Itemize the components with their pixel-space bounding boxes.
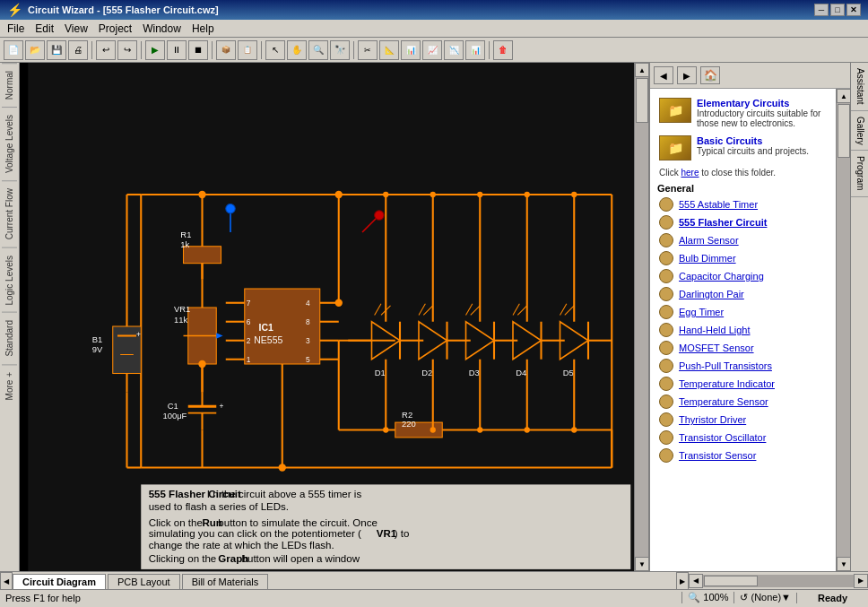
circuit-diagram[interactable]: B1 9V + VR1 11k R1 1k [20, 63, 648, 571]
circuit-link-7[interactable]: Hand-Held Light [679, 325, 751, 335]
menu-view[interactable]: View [59, 21, 93, 37]
sidebar-tab-normal[interactable]: Normal [2, 63, 17, 107]
scroll-up-button[interactable]: ▲ [635, 63, 648, 77]
analysis-button[interactable]: 📉 [444, 40, 464, 60]
pause-button[interactable]: ⏸ [167, 40, 187, 60]
circuit-item-4[interactable]: Capacitor Charging [655, 267, 830, 285]
circuit-link-13[interactable]: Transistor Oscillator [679, 432, 766, 443]
tab-bill-of-materials[interactable]: Bill of Materials [182, 574, 269, 589]
circuit-link-6[interactable]: Egg Timer [679, 307, 724, 317]
sidebar-tab-current[interactable]: Current Flow [2, 180, 17, 247]
circuit-link-3[interactable]: Bulb Dimmer [679, 253, 736, 264]
sidebar-tab-voltage[interactable]: Voltage Levels [2, 107, 17, 180]
circuit-item-6[interactable]: Egg Timer [655, 303, 830, 321]
zoom-out-button[interactable]: 🔭 [330, 40, 350, 60]
menu-help[interactable]: Help [187, 21, 220, 37]
svg-text:D4: D4 [516, 368, 526, 377]
panel-scroll-down[interactable]: ▼ [837, 557, 850, 571]
hscroll-right[interactable]: ▶ [854, 574, 868, 588]
folder-elementary[interactable]: 📁 Elementary Circuits Introductory circu… [655, 94, 830, 132]
panel-scroll-thumb[interactable] [838, 104, 850, 158]
print-button[interactable]: 🖨 [68, 40, 88, 60]
circuit-item-0[interactable]: 555 Astable Timer [655, 195, 830, 213]
vtab-gallery[interactable]: Gallery [851, 111, 868, 152]
measure-button[interactable]: 📐 [379, 40, 399, 60]
vtab-assistant[interactable]: Assistant [851, 63, 868, 111]
nav-forward-button[interactable]: ▶ [677, 66, 697, 84]
circuit-item-13[interactable]: Transistor Oscillator [655, 429, 830, 447]
export-button[interactable]: 📊 [465, 40, 485, 60]
circuit-item-2[interactable]: Alarm Sensor [655, 231, 830, 249]
sidebar-tab-standard[interactable]: Standard [2, 312, 17, 364]
menu-file[interactable]: File [2, 21, 30, 37]
menu-project[interactable]: Project [93, 21, 137, 37]
minimize-button[interactable]: ─ [814, 4, 829, 16]
tab-pcb-layout[interactable]: PCB Layout [108, 574, 180, 589]
circuit-link-5[interactable]: Darlington Pair [679, 289, 744, 299]
graph-button[interactable]: 📊 [401, 40, 421, 60]
circuit-item-11[interactable]: Temperature Sensor [655, 393, 830, 411]
tab-circuit-diagram[interactable]: Circuit Diagram [13, 574, 106, 589]
circuit-link-2[interactable]: Alarm Sensor [679, 235, 739, 246]
panel-vscrollbar[interactable]: ▲ ▼ [836, 89, 850, 571]
circuit-link-1[interactable]: 555 Flasher Circuit [679, 217, 767, 228]
sidebar-tab-logic[interactable]: Logic Levels [2, 247, 17, 313]
menu-window[interactable]: Window [137, 21, 187, 37]
tab-scroll-left[interactable]: ◀ [0, 572, 13, 590]
pan-button[interactable]: ✋ [287, 40, 307, 60]
circuit-item-10[interactable]: Temperature Indicator [655, 375, 830, 393]
circuit-link-11[interactable]: Temperature Sensor [679, 396, 768, 407]
restore-button[interactable]: □ [830, 4, 845, 16]
undo-button[interactable]: ↩ [96, 40, 116, 60]
zoom-in-button[interactable]: 🔍 [308, 40, 328, 60]
circuit-link-10[interactable]: Temperature Indicator [679, 378, 775, 389]
circuit-link-8[interactable]: MOSFET Sensor [679, 343, 754, 353]
new-button[interactable]: 📄 [4, 40, 23, 60]
delete-button[interactable]: 🗑 [493, 40, 513, 60]
close-button[interactable]: ✕ [846, 4, 861, 16]
circuit-link-12[interactable]: Thyristor Driver [679, 414, 746, 425]
close-folder-link[interactable]: here [681, 168, 699, 178]
run-button[interactable]: ▶ [145, 40, 165, 60]
open-button[interactable]: 📂 [25, 40, 45, 60]
select-button[interactable]: ↖ [265, 40, 285, 60]
redo-button[interactable]: ↪ [117, 40, 137, 60]
menu-edit[interactable]: Edit [30, 21, 59, 37]
circuit-link-0[interactable]: 555 Astable Timer [679, 199, 758, 210]
circuit-icon-7 [659, 323, 673, 337]
nav-back-button[interactable]: ◀ [654, 66, 673, 84]
folder-basic[interactable]: 📁 Basic Circuits Typical circuits and pr… [655, 132, 830, 166]
circuit-item-7[interactable]: Hand-Held Light [655, 321, 830, 339]
vtab-program[interactable]: Program [851, 151, 868, 196]
canvas-area[interactable]: B1 9V + VR1 11k R1 1k [20, 63, 648, 571]
folder-elementary-label[interactable]: Elementary Circuits [697, 98, 827, 108]
circuit-item-1[interactable]: 555 Flasher Circuit [655, 213, 830, 231]
sidebar-tab-more[interactable]: More + [2, 364, 17, 407]
panel-scroll-area[interactable]: 📁 Elementary Circuits Introductory circu… [650, 89, 836, 571]
folder-basic-label[interactable]: Basic Circuits [697, 135, 809, 146]
canvas-vscrollbar[interactable]: ▲ ▼ [634, 63, 648, 571]
component-button[interactable]: 📦 [216, 40, 236, 60]
stop-button[interactable]: ⏹ [188, 40, 208, 60]
circuit-item-9[interactable]: Push-Pull Transistors [655, 357, 830, 375]
hscroll-left[interactable]: ◀ [689, 574, 703, 588]
scroll-down-button[interactable]: ▼ [635, 557, 648, 571]
hscroll-thumb[interactable] [704, 576, 758, 586]
circuit-link-4[interactable]: Capacitor Charging [679, 271, 764, 282]
scroll-thumb[interactable] [636, 78, 648, 123]
circuit-link-9[interactable]: Push-Pull Transistors [679, 360, 772, 371]
layout-button[interactable]: 📋 [238, 40, 257, 60]
probe-button[interactable]: 📈 [422, 40, 442, 60]
panel-scroll-up[interactable]: ▲ [837, 89, 850, 103]
tab-scroll-right[interactable]: ▶ [676, 572, 689, 590]
circuit-item-3[interactable]: Bulb Dimmer [655, 249, 830, 267]
svg-text:R1: R1 [180, 230, 191, 239]
circuit-item-14[interactable]: Transistor Sensor [655, 447, 830, 464]
save-button[interactable]: 💾 [47, 40, 66, 60]
circuit-link-14[interactable]: Transistor Sensor [679, 450, 756, 461]
circuit-item-8[interactable]: MOSFET Sensor [655, 339, 830, 357]
wire-button[interactable]: ✂ [358, 40, 378, 60]
circuit-item-12[interactable]: Thyristor Driver [655, 411, 830, 429]
circuit-item-5[interactable]: Darlington Pair [655, 285, 830, 303]
nav-home-button[interactable]: 🏠 [700, 66, 720, 84]
